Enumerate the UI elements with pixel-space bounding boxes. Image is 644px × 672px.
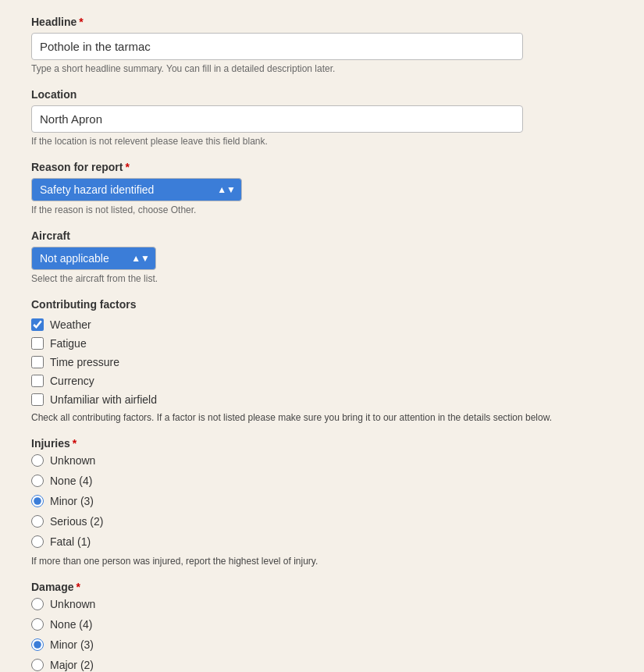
reason-select[interactable]: Safety hazard identified Other: [31, 178, 242, 201]
time-pressure-checkbox[interactable]: [31, 356, 44, 368]
headline-required-star: *: [79, 16, 83, 28]
damage-minor-item: Minor (3): [31, 638, 613, 651]
injuries-fatal-radio[interactable]: [31, 535, 44, 548]
headline-input[interactable]: [31, 33, 523, 60]
injuries-label: Injuries *: [31, 437, 613, 450]
reason-label: Reason for report *: [31, 161, 613, 173]
damage-none-item: None (4): [31, 618, 613, 631]
headline-label: Headline *: [31, 16, 613, 28]
checkbox-time-pressure: Time pressure: [31, 356, 613, 368]
injuries-serious-radio[interactable]: [31, 515, 44, 528]
injuries-minor-item: Minor (3): [31, 495, 613, 507]
injuries-serious-label: Serious (2): [50, 515, 103, 528]
location-hint: If the location is not relevent please l…: [31, 136, 613, 147]
weather-checkbox[interactable]: [31, 318, 44, 331]
location-label: Location: [31, 88, 613, 101]
injuries-serious-item: Serious (2): [31, 515, 613, 528]
reason-label-text: Reason for report: [31, 161, 123, 173]
damage-unknown-label: Unknown: [50, 598, 95, 610]
injuries-none-label: None (4): [50, 475, 92, 487]
headline-section: Headline * Type a short headline summary…: [31, 16, 613, 74]
injuries-section: Injuries * Unknown None (4) Minor (3) Se…: [31, 437, 613, 567]
injuries-note: If more than one person was injured, rep…: [31, 556, 613, 567]
damage-required-star: *: [76, 581, 80, 593]
currency-checkbox[interactable]: [31, 375, 44, 387]
fatigue-checkbox[interactable]: [31, 337, 44, 350]
damage-none-label: None (4): [50, 618, 92, 631]
aircraft-select[interactable]: Not applicable: [31, 247, 156, 270]
injuries-none-radio[interactable]: [31, 475, 44, 487]
damage-unknown-item: Unknown: [31, 598, 613, 610]
time-pressure-label: Time pressure: [50, 356, 119, 368]
injuries-minor-radio[interactable]: [31, 495, 44, 507]
injuries-fatal-item: Fatal (1): [31, 535, 613, 548]
contributing-factors-note: Check all contributing factors. If a fac…: [31, 412, 613, 423]
weather-label: Weather: [50, 318, 91, 331]
injuries-unknown-radio[interactable]: [31, 454, 44, 467]
damage-minor-radio[interactable]: [31, 638, 44, 651]
aircraft-label-text: Aircraft: [31, 229, 70, 242]
injuries-fatal-label: Fatal (1): [50, 535, 91, 548]
damage-section: Damage * Unknown None (4) Minor (3) Majo…: [31, 581, 613, 672]
damage-none-radio[interactable]: [31, 618, 44, 631]
aircraft-select-wrapper: Not applicable ▲▼: [31, 247, 156, 270]
unfamiliar-label: Unfamiliar with airfield: [50, 393, 157, 406]
contributing-factors-title: Contributing factors: [31, 298, 613, 311]
fatigue-label: Fatigue: [50, 337, 87, 350]
aircraft-section: Aircraft Not applicable ▲▼ Select the ai…: [31, 229, 613, 284]
damage-minor-label: Minor (3): [50, 638, 94, 651]
reason-hint: If the reason is not listed, choose Othe…: [31, 204, 613, 215]
headline-hint: Type a short headline summary. You can f…: [31, 63, 613, 74]
aircraft-label: Aircraft: [31, 229, 613, 242]
checkbox-fatigue: Fatigue: [31, 337, 613, 350]
location-label-text: Location: [31, 88, 76, 101]
damage-major-item: Major (2): [31, 659, 613, 671]
damage-major-label: Major (2): [50, 659, 94, 671]
unfamiliar-checkbox[interactable]: [31, 393, 44, 406]
contributing-factors-section: Contributing factors Weather Fatigue Tim…: [31, 298, 613, 423]
damage-label-text: Damage: [31, 581, 73, 593]
damage-major-radio[interactable]: [31, 659, 44, 671]
checkbox-currency: Currency: [31, 375, 613, 387]
damage-unknown-radio[interactable]: [31, 598, 44, 610]
injuries-required-star: *: [73, 437, 76, 450]
damage-label: Damage *: [31, 581, 613, 593]
injuries-none-item: None (4): [31, 475, 613, 487]
reason-select-wrapper: Safety hazard identified Other ▲▼: [31, 178, 242, 201]
injuries-label-text: Injuries: [31, 437, 70, 450]
checkbox-weather: Weather: [31, 318, 613, 331]
reason-section: Reason for report * Safety hazard identi…: [31, 161, 613, 215]
injuries-unknown-label: Unknown: [50, 454, 95, 467]
location-input[interactable]: [31, 105, 523, 133]
injuries-minor-label: Minor (3): [50, 495, 94, 507]
checkbox-unfamiliar: Unfamiliar with airfield: [31, 393, 613, 406]
aircraft-hint: Select the aircraft from the list.: [31, 273, 613, 284]
reason-required-star: *: [125, 161, 129, 173]
injuries-unknown-item: Unknown: [31, 454, 613, 467]
location-section: Location If the location is not relevent…: [31, 88, 613, 147]
headline-label-text: Headline: [31, 16, 76, 28]
currency-label: Currency: [50, 375, 94, 387]
